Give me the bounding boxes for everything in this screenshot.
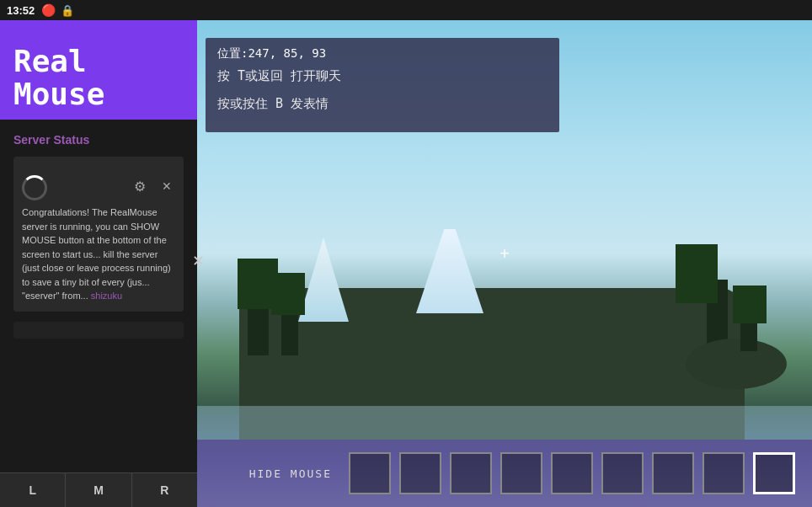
water-surface <box>197 406 812 440</box>
hotbar-slot-9[interactable] <box>753 452 795 494</box>
hotbar-slot-5[interactable] <box>551 452 593 494</box>
app-title: Real Mouse <box>13 45 184 111</box>
settings-icon[interactable]: ⚙ <box>128 174 152 198</box>
hotbar-slot-3[interactable] <box>450 452 492 494</box>
sidebar: Real Mouse Server Status ⚙ ✕ Congratulat… <box>0 0 197 507</box>
left-click-button[interactable]: L <box>0 473 66 507</box>
lock-icon: 🔒 <box>61 4 74 17</box>
position-display: 位置:247, 85, 93 <box>217 46 548 61</box>
section-label: Server Status <box>13 133 184 147</box>
hotbar-slot-7[interactable] <box>652 452 694 494</box>
status-icons: 🔴 🔒 <box>41 3 74 17</box>
game-bottom-bar: HIDE MOUSE <box>197 440 812 507</box>
status-text: Congratulations! The RealMouse server is… <box>22 205 175 303</box>
clock: 13:52 <box>7 4 35 17</box>
tree-top-3 <box>676 244 718 303</box>
chat-hint-1: 按 T或返回 打开聊天 <box>217 68 548 84</box>
middle-click-button[interactable]: M <box>66 473 131 507</box>
hotbar-slot-2[interactable] <box>399 452 441 494</box>
shizuku-link[interactable]: shizuku <box>91 291 122 301</box>
hotbar-slot-4[interactable] <box>500 452 542 494</box>
scroll-thumb[interactable] <box>13 322 184 339</box>
scenery <box>197 229 812 440</box>
loading-spinner <box>22 175 47 200</box>
chat-hint-2: 按或按住 B 发表情 <box>217 96 548 112</box>
game-area: ta 1.20.70.20 [RENDERDRAGON] OpenGLES PB… <box>197 0 812 507</box>
hotbar-slot-1[interactable] <box>349 452 391 494</box>
tree-top-2 <box>271 273 305 315</box>
right-click-button[interactable]: R <box>132 473 197 507</box>
server-status-box: ⚙ ✕ Congratulations! The RealMouse serve… <box>13 157 184 312</box>
icon-row: ⚙ ✕ <box>22 172 175 200</box>
status-bar: 13:52 🔴 🔒 <box>0 0 812 20</box>
notification-icon: 🔴 <box>41 3 56 17</box>
island-tree-top <box>733 286 767 323</box>
hide-mouse-label[interactable]: HIDE MOUSE <box>249 467 332 480</box>
ice-peak-left <box>298 237 349 322</box>
ice-peak-center <box>416 229 483 313</box>
floating-island <box>686 339 787 389</box>
status-message: Congratulations! The RealMouse server is… <box>22 207 171 301</box>
hotbar-slot-8[interactable] <box>702 452 745 494</box>
server-status-section: Server Status ⚙ ✕ Congratulations! The R… <box>0 120 197 359</box>
bottom-buttons: L M R <box>0 472 197 507</box>
hotbar-slot-6[interactable] <box>601 452 644 494</box>
chat-overlay: 位置:247, 85, 93 按 T或返回 打开聊天 按或按住 B 发表情 <box>206 38 559 132</box>
drag-handle[interactable]: ✕ <box>192 252 205 270</box>
close-icon[interactable]: ✕ <box>158 178 175 195</box>
